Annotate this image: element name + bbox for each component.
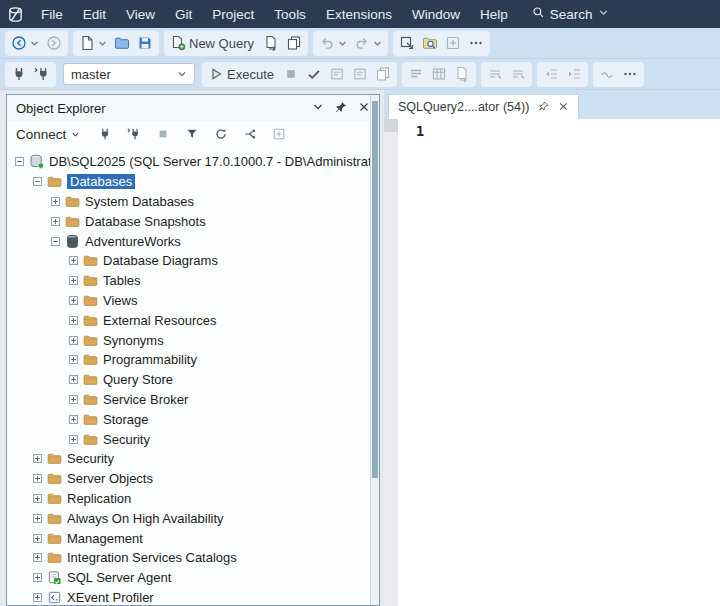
tree-item-external-resources[interactable]: External Resources — [7, 310, 370, 330]
tree-item-integration-services-catalogs[interactable]: Integration Services Catalogs — [7, 548, 370, 568]
menu-tools[interactable]: Tools — [264, 0, 316, 28]
cancel-query-icon[interactable] — [280, 63, 302, 85]
expand-icon[interactable] — [33, 474, 42, 483]
close-icon[interactable] — [358, 101, 370, 116]
tree-item-replication[interactable]: Replication — [7, 489, 370, 509]
expand-icon[interactable] — [69, 336, 78, 345]
tree-item-database-snapshots[interactable]: Database Snapshots — [7, 211, 370, 231]
object-explorer-scrollbar[interactable] — [370, 95, 379, 605]
open-recent-query-icon[interactable] — [283, 32, 305, 54]
tree-item-xevent-profiler[interactable]: XEvent Profiler — [7, 588, 370, 605]
oe-stop-icon[interactable] — [152, 123, 174, 145]
expand-icon[interactable] — [51, 217, 60, 226]
oe-auto-refresh-icon[interactable] — [239, 123, 261, 145]
menu-extensions[interactable]: Extensions — [316, 0, 402, 28]
connect-icon[interactable] — [8, 63, 30, 85]
expand-icon[interactable] — [69, 415, 78, 424]
tree-item-db-sql2025-sql-server-17-0-1000-7-db-adm[interactable]: DB\SQL2025 (SQL Server 17.0.1000.7 - DB\… — [7, 152, 370, 172]
window-position-chevron-icon[interactable] — [312, 101, 324, 116]
expand-icon[interactable] — [69, 256, 78, 265]
tab-close-icon[interactable] — [558, 100, 569, 115]
query-tab[interactable]: SQLQuery2....ator (54)) — [388, 94, 579, 119]
tree-item-adventureworks[interactable]: AdventureWorks — [7, 231, 370, 251]
find-in-files-icon[interactable] — [419, 32, 441, 54]
expand-icon[interactable] — [33, 573, 42, 582]
expand-icon[interactable] — [69, 296, 78, 305]
database-dropdown[interactable]: master — [63, 63, 195, 85]
sqlcmd-mode-icon[interactable] — [596, 63, 618, 85]
collapse-icon[interactable] — [33, 177, 42, 186]
navigate-backward-icon[interactable] — [8, 32, 42, 54]
expand-icon[interactable] — [51, 197, 60, 206]
intellisense-icon[interactable] — [349, 63, 371, 85]
results-to-grid-icon[interactable] — [428, 63, 450, 85]
open-file-icon[interactable] — [111, 32, 133, 54]
save-icon[interactable] — [134, 32, 156, 54]
tree-item-service-broker[interactable]: Service Broker — [7, 390, 370, 410]
oe-refresh-icon[interactable] — [210, 123, 232, 145]
code-editor[interactable]: 1 — [384, 119, 720, 606]
parse-icon[interactable] — [303, 63, 325, 85]
expand-icon[interactable] — [33, 454, 42, 463]
tree-item-query-store[interactable]: Query Store — [7, 370, 370, 390]
expand-icon[interactable] — [69, 395, 78, 404]
tree-item-database-diagrams[interactable]: Database Diagrams — [7, 251, 370, 271]
connect-button[interactable]: Connect — [16, 127, 80, 142]
indent-increase-icon[interactable] — [563, 63, 585, 85]
menu-git[interactable]: Git — [165, 0, 202, 28]
tree-item-server-objects[interactable]: Server Objects — [7, 469, 370, 489]
expand-icon[interactable] — [33, 593, 42, 602]
tree-item-tables[interactable]: Tables — [7, 271, 370, 291]
expand-icon[interactable] — [33, 553, 42, 562]
tree-item-management[interactable]: Management — [7, 528, 370, 548]
oe-filter-icon[interactable] — [181, 123, 203, 145]
oe-scripting-options-icon[interactable] — [268, 123, 290, 145]
toolbar-overflow-icon[interactable] — [465, 32, 487, 54]
undo-icon[interactable] — [316, 32, 350, 54]
change-connection-icon[interactable] — [31, 63, 53, 85]
results-to-text-icon[interactable] — [405, 63, 427, 85]
tree-item-views[interactable]: Views — [7, 291, 370, 311]
results-to-file-icon[interactable] — [451, 63, 473, 85]
expand-icon[interactable] — [69, 435, 78, 444]
object-explorer-header[interactable]: Object Explorer — [7, 95, 379, 121]
new-file-icon[interactable] — [76, 32, 110, 54]
menu-edit[interactable]: Edit — [73, 0, 116, 28]
execute-button[interactable]: Execute — [205, 63, 279, 85]
tree-item-security[interactable]: Security — [7, 429, 370, 449]
indent-decrease-icon[interactable] — [540, 63, 562, 85]
tree-item-storage[interactable]: Storage — [7, 409, 370, 429]
menu-file[interactable]: File — [31, 0, 73, 28]
redo-icon[interactable] — [351, 32, 385, 54]
menu-view[interactable]: View — [116, 0, 165, 28]
oe-connect-icon[interactable] — [94, 123, 116, 145]
navigate-forward-icon[interactable] — [43, 32, 65, 54]
pin-icon[interactable] — [335, 101, 347, 116]
tree-item-always-on-high-availability[interactable]: Always On High Availability — [7, 508, 370, 528]
tree-item-system-databases[interactable]: System Databases — [7, 192, 370, 212]
tree-item-synonyms[interactable]: Synonyms — [7, 330, 370, 350]
expand-icon[interactable] — [69, 375, 78, 384]
tab-pin-icon[interactable] — [538, 100, 549, 115]
expand-icon[interactable] — [33, 514, 42, 523]
tree-item-databases[interactable]: Databases — [7, 172, 370, 192]
expand-icon[interactable] — [69, 316, 78, 325]
scrollbar-thumb[interactable] — [372, 101, 378, 478]
estimated-plan-icon[interactable] — [326, 63, 348, 85]
collapse-icon[interactable] — [51, 237, 60, 246]
comment-icon[interactable] — [484, 63, 506, 85]
menu-project[interactable]: Project — [202, 0, 264, 28]
expand-icon[interactable] — [69, 355, 78, 364]
tree-item-programmability[interactable]: Programmability — [7, 350, 370, 370]
oe-disconnect-icon[interactable] — [123, 123, 145, 145]
menu-help[interactable]: Help — [470, 0, 518, 28]
expand-icon[interactable] — [33, 494, 42, 503]
tree-item-sql-server-agent[interactable]: SQL Server Agent — [7, 568, 370, 588]
search-box[interactable]: Search — [524, 6, 619, 22]
tree-item-security[interactable]: Security — [7, 449, 370, 469]
query-toolbar-overflow-icon[interactable] — [619, 63, 641, 85]
query-options-icon[interactable] — [372, 63, 394, 85]
menu-window[interactable]: Window — [402, 0, 470, 28]
new-database-query-icon[interactable] — [260, 32, 282, 54]
new-query-button[interactable]: New Query — [167, 32, 259, 54]
